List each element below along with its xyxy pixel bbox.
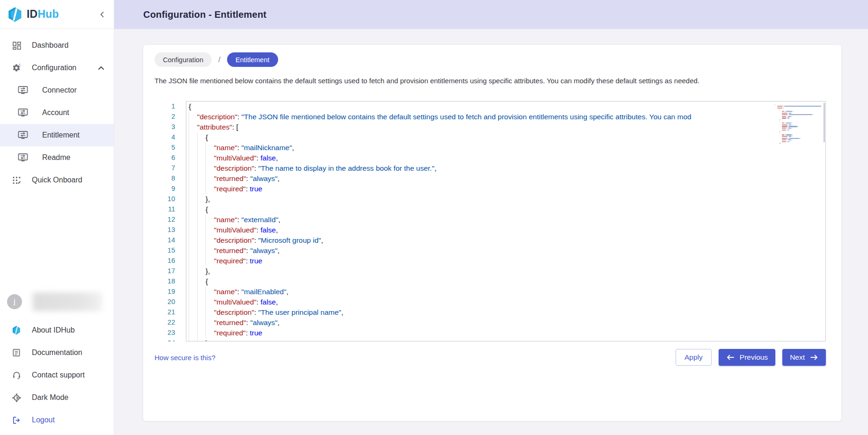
code-line[interactable]: "description": "The user principal name"…: [186, 307, 825, 318]
line-number[interactable]: 5: [154, 142, 186, 152]
line-number[interactable]: 20: [154, 297, 186, 307]
user-profile[interactable]: j: [0, 290, 114, 313]
editor-code-area[interactable]: {"description": "The JSON file mentioned…: [186, 101, 826, 341]
code-line[interactable]: "multiValued": false,: [186, 153, 825, 163]
code-line[interactable]: {: [186, 204, 825, 215]
code-line[interactable]: "name": "mailNickname",: [186, 143, 825, 153]
breadcrumb-entitlement[interactable]: Entitlement: [227, 52, 278, 67]
code-line[interactable]: "required": true: [186, 256, 825, 266]
indent-guide: [189, 184, 189, 194]
line-number[interactable]: 19: [154, 286, 186, 297]
scrollbar-slider[interactable]: [824, 103, 825, 142]
sidebar-collapse-button[interactable]: [99, 10, 105, 19]
code-line[interactable]: {: [186, 102, 825, 112]
code-line[interactable]: },: [186, 266, 825, 276]
line-number[interactable]: 3: [154, 122, 186, 132]
code-line[interactable]: "multiValued": false,: [186, 297, 825, 307]
indent-guide: [189, 194, 189, 204]
previous-button[interactable]: Previous: [719, 349, 775, 366]
sidebar: IDHub Dashboard: [0, 0, 114, 435]
sidebar-item-dashboard[interactable]: Dashboard: [0, 34, 114, 57]
indent-guide: [189, 287, 189, 297]
idhub-logo[interactable]: IDHub: [7, 6, 59, 23]
code-line[interactable]: },: [186, 338, 825, 341]
sidebar-item-entitlement[interactable]: Entitlement: [0, 124, 114, 146]
apply-button[interactable]: Apply: [676, 349, 712, 366]
topbar: Configuration - Entitlement: [114, 0, 868, 29]
code-line[interactable]: "attributes": [: [186, 122, 825, 132]
indent-guide: [206, 256, 206, 266]
sidebar-item-readme[interactable]: Readme: [0, 146, 114, 169]
next-label: Next: [790, 353, 805, 362]
security-link[interactable]: How secure is this?: [154, 354, 215, 362]
sidebar-item-logout[interactable]: Logout: [0, 409, 114, 431]
line-number[interactable]: 23: [154, 327, 186, 338]
line-number[interactable]: 15: [154, 245, 186, 255]
sidebar-item-label: Dark Mode: [32, 393, 68, 402]
sidebar-header: IDHub: [0, 0, 114, 29]
line-number[interactable]: 21: [154, 307, 186, 317]
line-number[interactable]: 10: [154, 194, 186, 204]
line-number[interactable]: 18: [154, 276, 186, 286]
indent-guide: [197, 338, 198, 341]
code-line[interactable]: "name": "externalId",: [186, 215, 825, 225]
breadcrumb-configuration[interactable]: Configuration: [154, 52, 212, 67]
code-line[interactable]: "name": "mailEnabled",: [186, 287, 825, 297]
sidebar-item-label: Account: [42, 109, 69, 117]
indent-guide: [189, 328, 189, 338]
line-number[interactable]: 6: [154, 152, 186, 163]
avatar[interactable]: j: [7, 294, 22, 309]
line-number[interactable]: 11: [154, 204, 186, 214]
code-line[interactable]: {: [186, 132, 825, 143]
indent-guide: [206, 153, 206, 163]
sidebar-item-quick-onboard[interactable]: Quick Onboard: [0, 169, 114, 191]
sidebar-item-label: Logout: [32, 416, 55, 424]
code-line[interactable]: },: [186, 194, 825, 204]
code-line[interactable]: "returned": "always",: [186, 246, 825, 256]
indent-guide: [206, 163, 206, 174]
gear-sparkle-icon: [11, 63, 22, 73]
editor-minimap[interactable]: [774, 102, 825, 341]
code-line[interactable]: "description": "The name to display in t…: [186, 163, 825, 174]
code-line[interactable]: "required": true: [186, 328, 825, 338]
indent-guide: [197, 266, 198, 276]
line-number[interactable]: 9: [154, 183, 186, 194]
line-number[interactable]: 4: [154, 132, 186, 142]
sidebar-item-documentation[interactable]: Documentation: [0, 341, 114, 364]
sidebar-item-about-idhub[interactable]: About IDHub: [0, 319, 114, 341]
code-line[interactable]: "returned": "always",: [186, 174, 825, 184]
code-line[interactable]: "multiValued": false,: [186, 225, 825, 235]
line-number[interactable]: 2: [154, 111, 186, 122]
code-line[interactable]: "description": "The JSON file mentioned …: [186, 112, 825, 122]
code-line[interactable]: "returned": "always",: [186, 318, 825, 328]
json-editor[interactable]: 123456789101112131415161718192021222324 …: [154, 101, 826, 341]
sidebar-item-configuration[interactable]: Configuration: [0, 57, 114, 79]
sidebar-item-account[interactable]: Account: [0, 102, 114, 124]
line-number[interactable]: 22: [154, 317, 186, 327]
sidebar-item-label: Documentation: [32, 348, 82, 357]
sidebar-item-connector[interactable]: Connector: [0, 79, 114, 102]
line-number[interactable]: 13: [154, 225, 186, 235]
code-line[interactable]: "required": true: [186, 184, 825, 194]
indent-guide: [197, 246, 198, 256]
app-root: IDHub Dashboard: [0, 0, 868, 435]
line-number[interactable]: 16: [154, 255, 186, 266]
indent-guide: [189, 266, 189, 276]
indent-guide: [189, 204, 189, 215]
line-number[interactable]: 17: [154, 266, 186, 276]
chevron-up-icon: [98, 66, 104, 70]
sidebar-item-contact-support[interactable]: Contact support: [0, 364, 114, 386]
line-number[interactable]: 14: [154, 235, 186, 245]
line-number[interactable]: 8: [154, 173, 186, 183]
indent-guide: [197, 287, 198, 297]
line-number[interactable]: 1: [154, 101, 186, 111]
line-number[interactable]: 24: [154, 338, 186, 341]
editor-gutter: 123456789101112131415161718192021222324: [154, 101, 186, 341]
line-number[interactable]: 12: [154, 214, 186, 225]
sidebar-item-dark-mode[interactable]: Dark Mode: [0, 386, 114, 409]
next-button[interactable]: Next: [782, 349, 826, 366]
code-line[interactable]: {: [186, 276, 825, 287]
code-line[interactable]: "description": "Microsoft group id",: [186, 235, 825, 246]
line-number[interactable]: 7: [154, 163, 186, 173]
indent-guide: [189, 215, 189, 225]
